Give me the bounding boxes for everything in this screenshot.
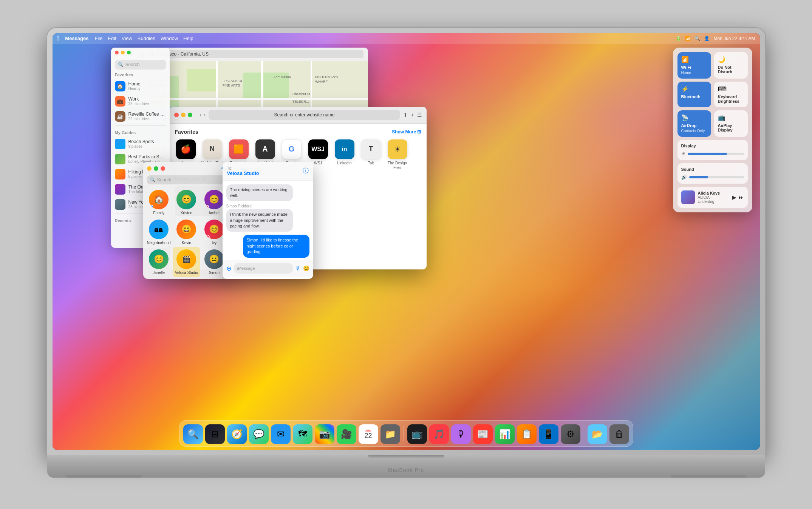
airdrop-icon: 📡 — [681, 114, 707, 121]
dock-pages[interactable]: 📋 — [517, 424, 537, 444]
info-icon[interactable]: ⓘ — [303, 167, 309, 175]
show-more-button[interactable]: Show More ⊞ — [392, 129, 421, 135]
messages-close[interactable] — [161, 166, 165, 171]
cc-bluetooth-tile[interactable]: ⚡ Bluetooth — [677, 82, 711, 107]
forward-icon[interactable]: › — [204, 112, 206, 118]
dock-folder[interactable]: 📂 — [588, 424, 607, 444]
contact-family[interactable]: 🏠 Family — [145, 187, 173, 217]
safari-close[interactable] — [174, 113, 179, 117]
apps-icon[interactable]: ⊕ — [226, 265, 231, 272]
user-icon[interactable]: 👤 — [704, 36, 710, 41]
menu-buddies[interactable]: Buddies — [138, 36, 155, 41]
contact-janelle[interactable]: 😊 Janelle — [145, 247, 173, 277]
dock-files[interactable]: 📁 — [380, 424, 400, 444]
wifi-sub: Home — [681, 71, 707, 75]
chat-msg-3: Simon, I'd like to finesse the night sce… — [243, 235, 309, 257]
sidebar-search-bar[interactable]: 🔍 Search — [115, 60, 166, 70]
sidebar-favorite-work[interactable]: 💼 Work 23 min drive — [111, 94, 170, 109]
emoji-icon[interactable]: 😊 — [303, 265, 309, 271]
foot-right — [671, 475, 746, 478]
simon-avatar: 😐 — [204, 249, 224, 269]
safari-address-bar[interactable]: Search or enter website name — [209, 110, 400, 120]
wifi-icon: 📶 — [685, 36, 691, 41]
play-icon[interactable]: ▶ — [732, 194, 736, 200]
dock-safari[interactable]: 🧭 — [227, 424, 247, 444]
dock-numbers[interactable]: 📊 — [495, 424, 515, 444]
sidebar-favorite-home[interactable]: 🏠 Home Nearby — [111, 79, 170, 94]
apple-menu-icon[interactable]:  — [57, 35, 59, 42]
cc-tiles-grid: 📶 Wi-Fi Home 🌙 Do Not Disturb ⚡ Bluetoot… — [677, 52, 748, 137]
sidebar-minimize[interactable] — [121, 51, 125, 54]
safari-fav-linkedin[interactable]: in LinkedIn — [334, 139, 356, 170]
dock-appletv[interactable]: 📺 — [407, 424, 427, 444]
sidebar-close[interactable] — [115, 51, 119, 54]
ivy-heart-dot — [205, 235, 210, 239]
dock-messages[interactable]: 💬 — [249, 424, 269, 444]
messages-maximize[interactable] — [154, 166, 158, 171]
cc-wifi-tile[interactable]: 📶 Wi-Fi Home — [677, 52, 711, 79]
mic-icon[interactable]: 🎙 — [295, 265, 301, 271]
dock-podcasts[interactable]: 🎙 — [451, 424, 471, 444]
maps-address-bar[interactable]: 🔒 San Francisco - California, US — [137, 50, 363, 58]
display-slider[interactable] — [688, 153, 744, 155]
dock-mail[interactable]: ✉ — [271, 424, 291, 444]
safari-fav-designfiles[interactable]: ☀ The Design Files — [387, 139, 408, 170]
messages-minimize[interactable] — [147, 166, 152, 171]
kevin-avatar: 😀 — [176, 220, 196, 239]
chat-input-field[interactable]: iMessage — [234, 263, 293, 274]
dock-photos[interactable]: 📷 — [315, 424, 334, 444]
messages-list-window[interactable]: ✏ 🔍 Search 🏠 Family — [143, 162, 230, 279]
chat-contact: Velosa Studio — [227, 170, 259, 176]
menu-edit[interactable]: Edit — [108, 36, 116, 41]
contact-neighborhood[interactable]: 🏘 Neighborhood — [145, 217, 173, 247]
cc-airplay-tile[interactable]: 📺 AirPlay Display — [714, 110, 748, 137]
menu-view[interactable]: View — [122, 36, 132, 41]
menu-window[interactable]: Window — [161, 36, 178, 41]
sidebar-icon[interactable]: ☰ — [417, 112, 422, 118]
dock-facetime[interactable]: 🎥 — [337, 424, 356, 444]
sound-slider[interactable] — [689, 176, 744, 178]
family-name: Family — [153, 211, 164, 215]
work-title: Work — [128, 96, 166, 102]
dock-trash[interactable]: 🗑 — [609, 424, 629, 444]
sidebar-guide-beach[interactable]: Beach Spots 9 places — [111, 136, 170, 152]
wsj-fav-icon: WSJ — [308, 139, 328, 159]
dock-systemprefs[interactable]: ⚙ — [561, 424, 580, 444]
search-icon[interactable]: 🔍 — [694, 36, 700, 41]
safari-fav-tait[interactable]: T Tait — [360, 139, 382, 170]
sidebar-maximize[interactable] — [127, 51, 131, 54]
cc-keyboard-tile[interactable]: ⌨ Keyboard Brightness — [714, 82, 748, 107]
search-icon: 🔍 — [118, 62, 124, 67]
active-app-name[interactable]: Messages — [65, 36, 88, 41]
family-dot — [150, 205, 153, 209]
dock-finder[interactable]: 🔍 — [183, 424, 203, 444]
simon-name: Simon — [209, 271, 220, 275]
cc-airdrop-tile[interactable]: 📡 AirDrop Contacts Only — [677, 110, 711, 137]
new-tab-icon[interactable]: + — [411, 112, 414, 118]
cc-dnd-tile[interactable]: 🌙 Do Not Disturb — [714, 52, 748, 79]
sidebar-favorite-coffee[interactable]: ☕ Reveille Coffee Co. 22 min drive — [111, 109, 170, 124]
dock-news[interactable]: 📰 — [473, 424, 493, 444]
back-icon[interactable]: ‹ — [200, 112, 202, 118]
menu-bar-left:  Messages File Edit View Buddies Window… — [57, 35, 676, 42]
sound-slider-row: 🔊 — [681, 175, 744, 180]
messages-chat-window[interactable]: To: Velosa Studio ⓘ The driving scenes a… — [223, 162, 313, 279]
dock-maps[interactable]: 🗺 — [293, 424, 312, 444]
dock-music[interactable]: 🎵 — [429, 424, 449, 444]
safari-maximize[interactable] — [188, 113, 192, 117]
menu-file[interactable]: File — [95, 36, 103, 41]
messages-search-bar[interactable]: 🔍 Search — [147, 175, 226, 184]
safari-minimize[interactable] — [181, 113, 186, 117]
contact-kevin[interactable]: 😀 Kevin — [173, 217, 200, 247]
dock-calendar[interactable]: JUN 22 — [359, 424, 378, 444]
dock-launchpad[interactable]: ⊞ — [205, 424, 225, 444]
menu-help[interactable]: Help — [183, 36, 193, 41]
skip-icon[interactable]: ⏭ — [739, 194, 744, 200]
contact-kristen[interactable]: 😊 Kristen — [173, 187, 200, 217]
svg-text:TELEGR...: TELEGR... — [292, 100, 309, 104]
contact-velosa[interactable]: 🎬 Velosa Studio — [173, 247, 200, 277]
playback-controls[interactable]: ▶ ⏭ — [732, 194, 744, 200]
share-icon[interactable]: ⬆ — [403, 112, 408, 118]
dock-appstore[interactable]: 📱 — [539, 424, 558, 444]
coffee-title: Reveille Coffee Co. — [128, 111, 166, 117]
